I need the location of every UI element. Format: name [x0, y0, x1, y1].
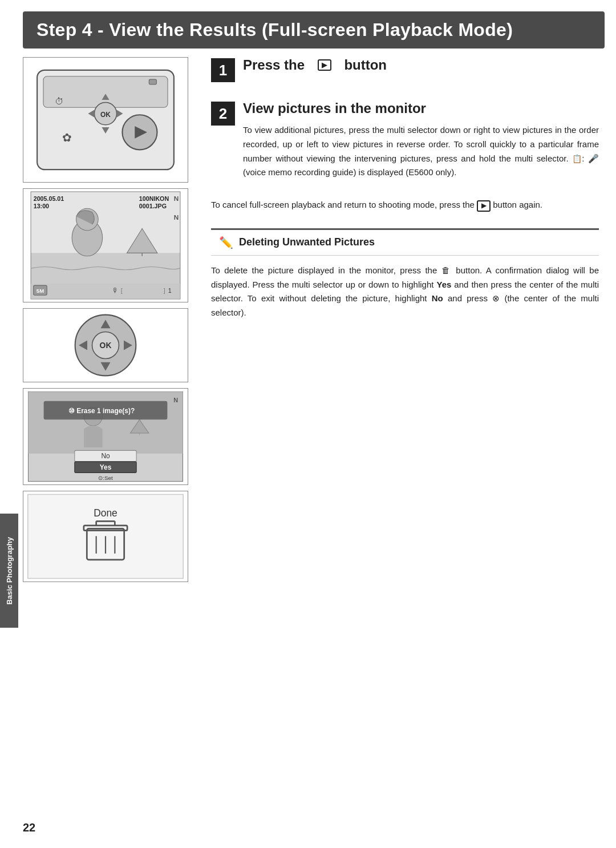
- svg-text:No: No: [101, 452, 110, 460]
- dpad-svg: OK: [23, 309, 188, 382]
- note-body: To delete the picture displayed in the m…: [211, 264, 599, 320]
- svg-text:Done: Done: [94, 507, 117, 519]
- svg-text:[: [: [121, 287, 123, 294]
- svg-text:⊙:Set: ⊙:Set: [98, 475, 113, 481]
- step-1-suffix: button: [344, 57, 387, 73]
- step-2-content: View pictures in the monitor To view add…: [243, 100, 599, 180]
- step-1: 1 Press the ▶ button: [211, 57, 599, 82]
- camera-diagram: OK ✿ ⏱: [23, 57, 188, 183]
- inline-playback-icon: ▶: [477, 200, 491, 212]
- step-1-prefix: Press the: [243, 57, 305, 73]
- page-title: Step 4 - View the Results (Full-screen P…: [37, 19, 591, 41]
- svg-text:⑩ Erase 1 image(s)?: ⑩ Erase 1 image(s)?: [68, 407, 135, 415]
- svg-text:1: 1: [168, 287, 172, 294]
- step-2-heading: View pictures in the monitor: [243, 100, 599, 116]
- step-2-body1: To view additional pictures, press the m…: [243, 123, 599, 180]
- cancel-paragraph: To cancel full-screen playback and retur…: [211, 198, 599, 212]
- content-column: 1 Press the ▶ button 2 View pictures in …: [211, 57, 599, 320]
- step-1-content: Press the ▶ button: [243, 57, 387, 80]
- delete-dialog-svg: N ⑩ Erase 1 image(s)? No Yes ⊙:Set: [23, 389, 188, 484]
- svg-text:✿: ✿: [62, 131, 72, 144]
- monitor-diagram: 2005.05.01 13:00 100NIKON 0001.JPG N N 5…: [23, 188, 188, 302]
- svg-text:100NIKON: 100NIKON: [139, 195, 169, 202]
- svg-text:Yes: Yes: [100, 463, 112, 471]
- monitor-svg: 2005.05.01 13:00 100NIKON 0001.JPG N N 5…: [23, 189, 188, 302]
- dpad-diagram: OK: [23, 308, 188, 382]
- done-diagram: Done: [23, 491, 188, 582]
- diagrams-column: OK ✿ ⏱: [23, 57, 188, 588]
- multi-selector-icon: 📋: [572, 152, 582, 165]
- svg-text:⏱: ⏱: [55, 96, 63, 106]
- sidebar-label: Basic Photography: [5, 537, 14, 604]
- svg-text:N: N: [173, 397, 178, 403]
- svg-rect-12: [149, 79, 156, 84]
- header-banner: Step 4 - View the Results (Full-screen P…: [23, 11, 605, 49]
- svg-text:2005.05.01: 2005.05.01: [34, 195, 64, 202]
- svg-text:N: N: [174, 195, 179, 202]
- note-box: ✏️ Deleting Unwanted Pictures: [211, 228, 599, 256]
- svg-rect-26: [31, 284, 180, 299]
- page-number: 22: [23, 821, 35, 834]
- step-1-number: 1: [211, 58, 235, 82]
- camera-svg: OK ✿ ⏱: [23, 58, 188, 182]
- sidebar-tab: Basic Photography: [0, 514, 18, 628]
- step-1-heading: Press the ▶ button: [243, 57, 387, 73]
- svg-text:5M: 5M: [37, 288, 44, 294]
- playback-button-icon: ▶: [318, 59, 331, 71]
- step-2-number: 2: [211, 102, 235, 126]
- svg-text:OK: OK: [100, 341, 112, 350]
- note-icon: ✏️: [219, 236, 233, 249]
- svg-text:13:00: 13:00: [34, 203, 49, 209]
- svg-text:0001.JPG: 0001.JPG: [139, 203, 167, 209]
- step-2: 2 View pictures in the monitor To view a…: [211, 100, 599, 180]
- svg-text:OK: OK: [100, 111, 111, 119]
- note-title: Deleting Unwanted Pictures: [239, 236, 375, 248]
- svg-text:]: ]: [164, 287, 165, 294]
- done-svg: Done: [23, 491, 188, 582]
- svg-text:🎙: 🎙: [112, 286, 119, 294]
- delete-dialog-diagram: N ⑩ Erase 1 image(s)? No Yes ⊙:Set: [23, 388, 188, 485]
- svg-text:N: N: [174, 213, 179, 221]
